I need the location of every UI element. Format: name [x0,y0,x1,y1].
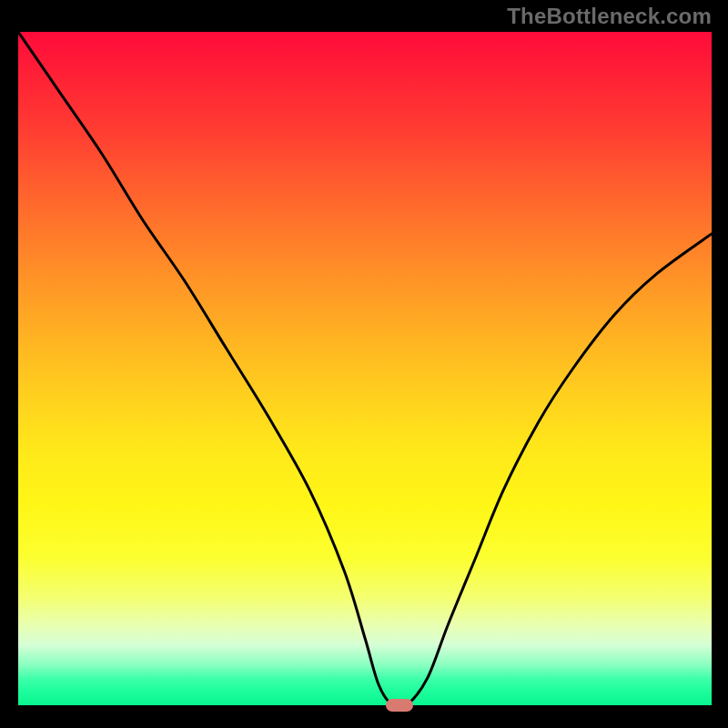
watermark-text: TheBottleneck.com [507,4,712,29]
chart-frame: TheBottleneck.com [0,0,728,728]
bottleneck-curve [18,32,712,705]
optimum-marker [386,699,413,712]
plot-area [18,32,712,705]
